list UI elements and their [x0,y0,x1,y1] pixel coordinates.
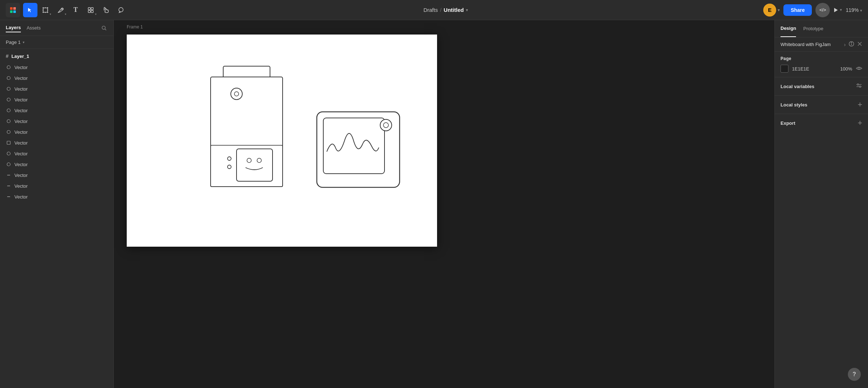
right-panel: Whiteboard with FigJam › [775,37,868,388]
layer-title-hash-icon: # [6,53,9,59]
local-variables-row: Local variables [775,77,868,96]
canvas-area[interactable]: Frame 1 [114,20,774,388]
breadcrumb-sep: / [440,7,441,13]
frame-tool-button[interactable]: ▾ [38,3,53,17]
help-label: ? [853,371,856,378]
avatar-dropdown-icon[interactable]: ▾ [778,8,780,13]
svg-point-47 [228,165,231,169]
svg-point-32 [7,120,10,123]
circle-layer-icon [6,86,12,92]
play-button[interactable]: ▾ [833,8,842,13]
svg-rect-21 [88,10,90,13]
list-item[interactable]: Vector [0,105,113,116]
breadcrumb-dropdown-icon[interactable]: ▾ [466,8,468,13]
svg-point-49 [247,158,251,163]
list-item[interactable]: Vector [0,127,113,137]
avatar-button[interactable]: E [763,4,776,17]
pen-tool-button[interactable]: ▾ [53,3,68,17]
local-styles-row: Local styles + [775,96,868,114]
components-tool-button[interactable]: ▾ [84,3,98,17]
sidebar-tabs: Layers Assets [0,20,113,36]
code-button[interactable]: </> [815,3,830,17]
circle-layer-icon [6,75,12,81]
whiteboard-info-icon[interactable] [849,41,854,48]
layer-title-row[interactable]: # Layer_1 [0,50,113,62]
page-color-opacity[interactable]: 100% [840,66,852,72]
list-item[interactable]: Vector [0,148,113,159]
breadcrumb: Drafts / Untitled ▾ [423,7,468,13]
list-item[interactable]: Vector [0,191,113,202]
local-variables-settings-icon[interactable] [856,82,862,90]
minus-layer-icon [6,183,12,189]
page-color-hex[interactable]: 1E1E1E [792,66,837,72]
tab-assets[interactable]: Assets [27,24,41,32]
list-item[interactable]: Vector [0,181,113,191]
share-button[interactable]: Share [783,4,812,16]
zoom-dropdown-icon: ▾ [860,8,862,13]
search-icon[interactable] [100,24,108,32]
zoom-button[interactable]: 119% ▾ [846,7,862,13]
text-tool-button[interactable]: T [68,3,83,17]
help-button[interactable]: ? [848,368,861,381]
circle-layer-icon [6,97,12,102]
svg-rect-2 [10,10,13,13]
frame-label: Frame 1 [127,24,143,29]
svg-point-43 [234,92,239,96]
breadcrumb-title[interactable]: Untitled [444,7,464,13]
svg-point-29 [7,87,10,91]
list-item[interactable]: Vector [0,94,113,105]
svg-point-35 [7,152,10,155]
page-chevron-icon: ▾ [23,40,24,44]
svg-point-60 [858,67,860,69]
frame-canvas [127,35,437,247]
list-item[interactable]: Vector [0,116,113,127]
svg-line-26 [105,29,107,30]
local-styles-add-icon[interactable]: + [858,101,862,109]
svg-rect-4 [43,8,48,12]
page-section-title: Page [781,56,862,61]
list-item[interactable]: Vector [0,83,113,94]
list-item[interactable]: Vector [0,73,113,83]
circle-layer-icon [6,64,12,70]
export-label: Export [781,120,795,126]
comment-tool-button[interactable] [114,3,128,17]
device-right [317,112,400,187]
whiteboard-chevron-icon[interactable]: › [844,42,846,47]
whiteboard-close-icon[interactable] [857,41,862,47]
list-item[interactable]: Vector [0,62,113,73]
svg-point-25 [102,26,105,29]
breadcrumb-drafts[interactable]: Drafts [423,7,438,13]
avatar-label: E [768,7,772,13]
frame-chevron-icon: ▾ [50,13,51,16]
page-color-swatch[interactable] [781,65,788,73]
page-visibility-icon[interactable] [856,66,862,72]
layer-name: Vector [14,194,28,200]
page-selector[interactable]: Page 1 ▾ [0,36,113,49]
export-add-icon[interactable]: + [858,119,862,127]
layer-name: Vector [14,119,28,124]
layer-name: Vector [14,183,28,189]
tab-prototype[interactable]: Prototype [803,20,823,37]
tab-layers[interactable]: Layers [6,23,21,32]
logo-button[interactable] [6,3,20,17]
export-row: Export + [775,114,868,132]
square-layer-icon [6,140,12,146]
list-item[interactable]: Vector [0,137,113,148]
components-chevron-icon: ▾ [95,13,96,16]
code-icon: </> [819,7,826,13]
list-item[interactable]: Vector [0,170,113,181]
avatar-group: E ▾ [763,4,780,17]
tab-design[interactable]: Design [781,20,796,37]
toolbar-center: Drafts / Untitled ▾ [131,7,760,13]
play-dropdown-icon: ▾ [840,8,842,12]
list-item[interactable]: Vector [0,159,113,170]
page-section: Page 1E1E1E 100% [775,52,868,77]
svg-point-61 [857,84,859,85]
svg-point-18 [62,8,63,10]
svg-point-54 [383,123,388,128]
right-panel-tabs: Design Prototype [775,20,868,37]
play-icon [833,8,838,13]
hand-tool-button[interactable] [99,3,113,17]
minus-layer-icon [6,172,12,178]
move-tool-button[interactable] [23,3,37,17]
